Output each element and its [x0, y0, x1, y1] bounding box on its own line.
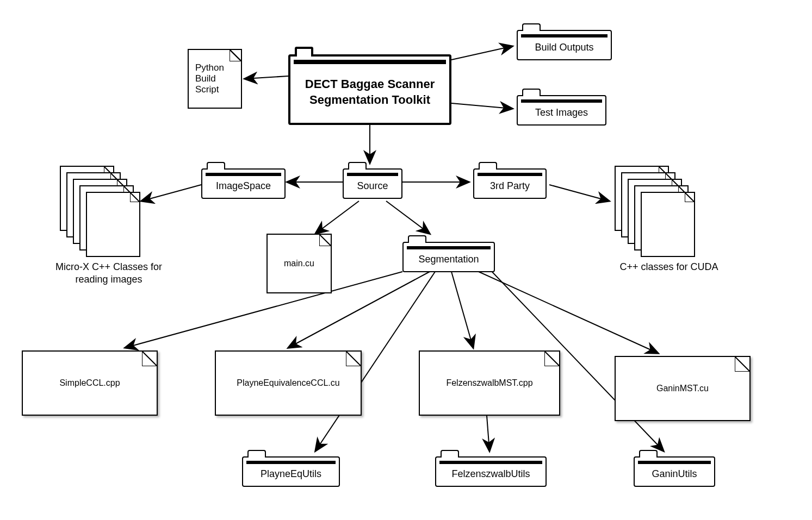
source-folder: Source: [343, 168, 402, 199]
root-label: DECT Baggae Scanner Segmentation Toolkit: [290, 65, 449, 114]
svg-marker-29: [319, 234, 331, 246]
felz-mst-note: FelzenszwalbMST.cpp: [419, 350, 560, 416]
simple-ccl-note: SimpleCCL.cpp: [22, 350, 158, 416]
svg-line-12: [451, 272, 473, 348]
build-outputs-folder: Build Outputs: [517, 30, 612, 60]
python-build-script-note: Python Build Script: [188, 49, 242, 109]
svg-line-1: [451, 46, 512, 60]
python-build-script-label: Python Build Script: [189, 57, 241, 101]
svg-line-13: [479, 272, 658, 353]
playne-ccl-note: PlayneEquivalenceCCL.cu: [215, 350, 362, 416]
svg-line-2: [451, 103, 512, 109]
svg-line-0: [245, 76, 288, 79]
svg-marker-28: [685, 192, 695, 202]
main-cu-note: main.cu: [266, 234, 332, 293]
felz-mst-label: FelzenszwalbMST.cpp: [439, 373, 539, 393]
svg-marker-33: [735, 356, 750, 372]
ganin-mst-note: GaninMST.cu: [615, 356, 751, 421]
svg-marker-32: [544, 351, 560, 366]
svg-line-6: [141, 185, 201, 201]
root-folder: DECT Baggae Scanner Segmentation Toolkit: [288, 54, 451, 125]
playne-utils-folder: PlayneEqUtils: [242, 456, 340, 487]
right-stack-caption: C++ classes for CUDA: [598, 261, 740, 273]
svg-line-9: [386, 201, 430, 234]
svg-marker-23: [130, 192, 140, 202]
main-cu-label: main.cu: [277, 253, 321, 274]
diagram-canvas: DECT Baggae Scanner Segmentation Toolkit…: [0, 0, 812, 520]
playne-ccl-label: PlayneEquivalenceCCL.cu: [230, 373, 346, 393]
felz-utils-folder: FelzenszwalbUtils: [435, 456, 547, 487]
left-stack-caption: Micro-X C++ Classes for reading images: [38, 261, 179, 286]
svg-line-16: [487, 416, 489, 451]
ganin-mst-label: GaninMST.cu: [650, 378, 715, 399]
imagespace-folder: ImageSpace: [201, 168, 286, 199]
ganin-utils-folder: GaninUtils: [634, 456, 715, 487]
svg-line-7: [549, 185, 609, 201]
third-party-folder: 3rd Party: [473, 168, 547, 199]
test-images-folder: Test Images: [517, 95, 606, 126]
segmentation-folder: Segmentation: [402, 242, 495, 272]
svg-marker-30: [142, 351, 157, 366]
svg-marker-31: [346, 351, 361, 366]
simple-ccl-label: SimpleCCL.cpp: [53, 373, 126, 393]
svg-line-8: [315, 201, 359, 234]
